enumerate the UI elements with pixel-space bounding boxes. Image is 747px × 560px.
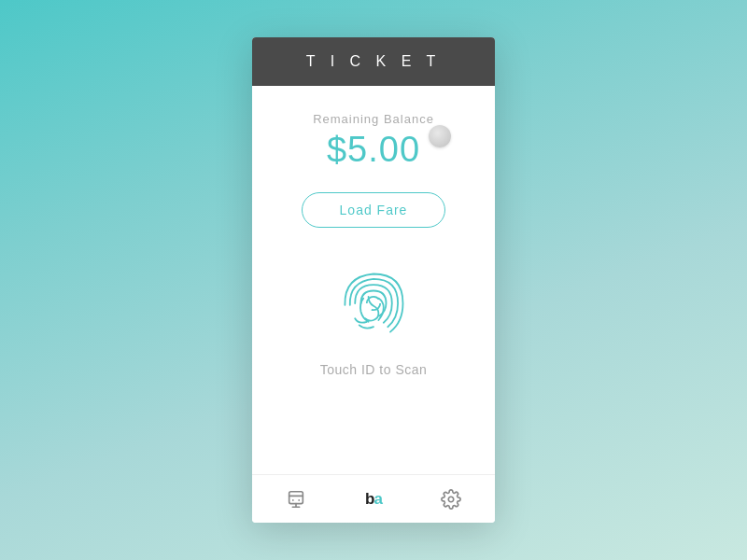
svg-rect-1 — [289, 491, 303, 503]
transit-icon — [286, 489, 306, 510]
main-content: Remaining Balance $5.00 Load Fare — [252, 86, 495, 474]
touch-id-label: Touch ID to Scan — [320, 362, 428, 377]
coin-icon — [429, 125, 451, 147]
balance-section: Remaining Balance $5.00 — [313, 112, 434, 170]
phone-card: T I C K E T Remaining Balance $5.00 Load… — [252, 37, 495, 523]
settings-icon — [441, 489, 461, 510]
svg-point-4 — [292, 499, 294, 501]
fingerprint-icon — [331, 261, 416, 345]
load-fare-button[interactable]: Load Fare — [302, 192, 446, 228]
svg-point-7 — [449, 497, 455, 502]
brand-logo-text: ba — [365, 490, 382, 509]
header-title: T I C K E T — [306, 53, 442, 70]
svg-point-5 — [298, 499, 300, 501]
balance-label: Remaining Balance — [313, 112, 434, 126]
brand-logo-highlight: a — [374, 490, 381, 508]
transit-nav-button[interactable] — [278, 482, 314, 517]
settings-nav-button[interactable] — [433, 482, 469, 517]
ticket-header: T I C K E T — [252, 37, 495, 86]
brand-logo-button[interactable]: ba — [365, 490, 382, 509]
fingerprint-section: Touch ID to Scan — [320, 261, 428, 377]
bottom-nav: ba — [252, 474, 495, 523]
balance-amount: $5.00 — [327, 130, 420, 170]
